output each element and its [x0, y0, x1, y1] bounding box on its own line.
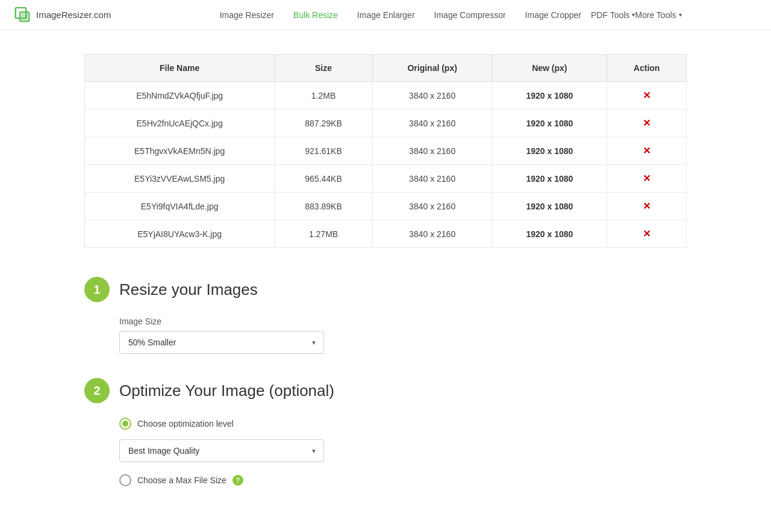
main-content: File Name Size Original (px) New (px) Ac…	[72, 30, 699, 532]
nav-pdf-tools[interactable]: PDF Tools ▾	[591, 10, 635, 20]
radio-max-file-size[interactable]: Choose a Max File Size ?	[119, 474, 687, 486]
cell-action: ✕	[607, 137, 687, 165]
step1-section: 1 Resize your Images Image Size 50% Smal…	[84, 277, 687, 354]
cell-action: ✕	[607, 220, 687, 248]
step1-title: Resize your Images	[119, 280, 258, 299]
table-row: E5YjAI8UYAcw3-K.jpg 1.27MB 3840 x 2160 1…	[85, 220, 687, 248]
col-filename: File Name	[85, 55, 275, 82]
step1-header: 1 Resize your Images	[84, 277, 687, 302]
nav-bulk-resize[interactable]: Bulk Resize	[284, 0, 348, 30]
cell-filename: E5Yi9fqVIA4fLde.jpg	[85, 193, 275, 220]
delete-button[interactable]: ✕	[643, 145, 651, 156]
image-size-label: Image Size	[119, 317, 687, 326]
table-row: E5ThgvxVkAEMn5N.jpg 921.61KB 3840 x 2160…	[85, 137, 687, 165]
delete-button[interactable]: ✕	[643, 228, 651, 240]
nav-image-resizer[interactable]: Image Resizer	[210, 0, 284, 30]
table-row: E5Yi3zVVEAwLSM5.jpg 965.44KB 3840 x 2160…	[85, 165, 687, 193]
cell-original: 3840 x 2160	[372, 165, 492, 193]
col-size: Size	[275, 55, 373, 82]
cell-new-size: 1920 x 1080	[492, 82, 607, 110]
nav-links: Image Resizer Bulk Resize Image Enlarger…	[135, 0, 757, 30]
cell-new-size: 1920 x 1080	[492, 193, 607, 220]
cell-action: ✕	[607, 165, 687, 193]
cell-original: 3840 x 2160	[372, 220, 492, 248]
cell-original: 3840 x 2160	[372, 82, 492, 110]
logo[interactable]: ImageResizer.com	[14, 7, 111, 23]
step2-header: 2 Optimize Your Image (optional)	[84, 378, 687, 403]
cell-filename: E5ThgvxVkAEMn5N.jpg	[85, 137, 275, 165]
radio-optimization-level-label: Choose optimization level	[137, 419, 234, 428]
cell-new-size: 1920 x 1080	[492, 220, 607, 248]
optimization-select-wrapper: Best Image Quality Balanced Smallest Fil…	[119, 439, 324, 462]
table-row: E5Hv2fnUcAEjQCx.jpg 887.29KB 3840 x 2160…	[85, 110, 687, 137]
cell-size: 887.29KB	[275, 110, 373, 137]
table-row: E5hNmdZVkAQfjuF.jpg 1.2MB 3840 x 2160 19…	[85, 82, 687, 110]
logo-text: ImageResizer.com	[36, 10, 111, 20]
cell-action: ✕	[607, 110, 687, 137]
cell-action: ✕	[607, 82, 687, 110]
chevron-down-icon: ▾	[679, 11, 682, 18]
image-size-group: Image Size 50% Smaller 25% Smaller Custo…	[119, 317, 687, 354]
step2-title: Optimize Your Image (optional)	[119, 382, 334, 400]
col-action: Action	[607, 55, 687, 82]
cell-filename: E5YjAI8UYAcw3-K.jpg	[85, 220, 275, 248]
cell-filename: E5Yi3zVVEAwLSM5.jpg	[85, 165, 275, 193]
files-table: File Name Size Original (px) New (px) Ac…	[84, 54, 687, 248]
radio-max-file-size-indicator[interactable]	[119, 474, 131, 486]
svg-rect-1	[20, 11, 30, 21]
cell-original: 3840 x 2160	[372, 193, 492, 220]
cell-size: 883.89KB	[275, 193, 373, 220]
cell-filename: E5Hv2fnUcAEjQCx.jpg	[85, 110, 275, 137]
cell-size: 1.27MB	[275, 220, 373, 248]
help-icon[interactable]: ?	[233, 475, 243, 486]
delete-button[interactable]: ✕	[643, 117, 651, 129]
delete-button[interactable]: ✕	[643, 200, 651, 212]
optimization-select[interactable]: Best Image Quality Balanced Smallest Fil…	[119, 439, 324, 462]
nav-more-tools[interactable]: More Tools ▾	[635, 10, 681, 20]
step1-badge: 1	[84, 277, 110, 302]
cell-filename: E5hNmdZVkAQfjuF.jpg	[85, 82, 275, 110]
radio-optimization-level[interactable]: Choose optimization level	[119, 418, 687, 430]
col-new: New (px)	[492, 55, 607, 82]
radio-optimization-level-indicator[interactable]	[119, 418, 131, 430]
cell-size: 921.61KB	[275, 137, 373, 165]
step2-section: 2 Optimize Your Image (optional) Choose …	[84, 378, 687, 486]
cell-new-size: 1920 x 1080	[492, 165, 607, 193]
navbar: ImageResizer.com Image Resizer Bulk Resi…	[0, 0, 771, 30]
optimization-options: Choose optimization level Best Image Qua…	[119, 418, 687, 486]
nav-image-cropper[interactable]: Image Cropper	[516, 0, 591, 30]
image-size-select-wrapper: 50% Smaller 25% Smaller Custom Size 1920…	[119, 331, 324, 354]
table-row: E5Yi9fqVIA4fLde.jpg 883.89KB 3840 x 2160…	[85, 193, 687, 220]
delete-button[interactable]: ✕	[643, 173, 651, 184]
cell-original: 3840 x 2160	[372, 137, 492, 165]
step2-badge: 2	[84, 378, 110, 403]
logo-icon	[14, 7, 31, 23]
cell-action: ✕	[607, 193, 687, 220]
nav-image-compressor[interactable]: Image Compressor	[425, 0, 516, 30]
image-size-select[interactable]: 50% Smaller 25% Smaller Custom Size 1920…	[119, 331, 324, 354]
delete-button[interactable]: ✕	[643, 90, 651, 101]
cell-new-size: 1920 x 1080	[492, 137, 607, 165]
radio-max-file-size-label: Choose a Max File Size	[137, 475, 226, 485]
cell-new-size: 1920 x 1080	[492, 110, 607, 137]
col-original: Original (px)	[372, 55, 492, 82]
cell-size: 965.44KB	[275, 165, 373, 193]
cell-original: 3840 x 2160	[372, 110, 492, 137]
nav-image-enlarger[interactable]: Image Enlarger	[348, 0, 425, 30]
cell-size: 1.2MB	[275, 82, 373, 110]
optimization-select-group: Best Image Quality Balanced Smallest Fil…	[119, 439, 687, 462]
